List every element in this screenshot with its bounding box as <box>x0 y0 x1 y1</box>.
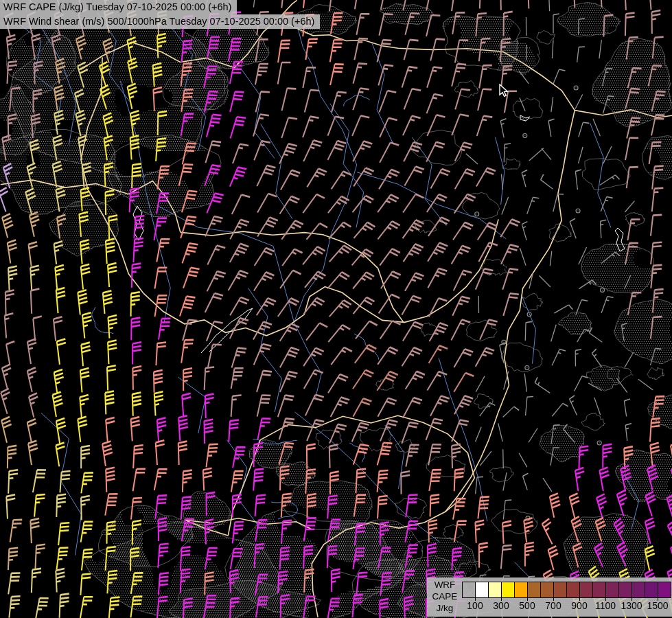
legend-swatch <box>541 582 554 597</box>
legend-title-line: J/kg <box>430 602 460 614</box>
legend-tick-label: 900 <box>566 600 593 611</box>
legend-tick-label: 1100 <box>592 600 619 611</box>
legend-tick-label: 100 <box>461 600 489 611</box>
legend-tick-label: 1500 <box>644 600 671 611</box>
legend-title: WRFCAPEJ/kg <box>430 579 460 614</box>
legend-swatch <box>489 582 502 597</box>
legend-swatch <box>463 582 476 597</box>
title-windshear: WRF Wind shear (m/s) 500/1000hPa Tuesday… <box>0 14 320 29</box>
legend-swatch <box>632 582 645 597</box>
legend-colorbar <box>462 582 671 598</box>
legend-swatch <box>554 582 567 597</box>
legend-swatch <box>658 582 671 597</box>
legend-swatch <box>528 582 541 597</box>
legend-tick-label: 1300 <box>618 600 645 611</box>
legend-tick-label: 500 <box>513 600 541 611</box>
legend-tick-label: 300 <box>487 600 515 611</box>
weather-map-page: WRF CAPE (J/kg) Tuesday 07-10-2025 00:00… <box>0 0 672 618</box>
legend-swatch <box>645 582 658 597</box>
legend-swatch <box>515 582 528 597</box>
legend-title-line: WRF <box>430 579 460 591</box>
legend-swatch <box>606 582 619 597</box>
legend-swatch <box>580 582 593 597</box>
title-cape: WRF CAPE (J/kg) Tuesday 07-10-2025 00:00… <box>0 0 237 14</box>
legend-swatch <box>502 582 515 597</box>
legend-swatch <box>476 582 489 597</box>
legend-swatch <box>593 582 606 597</box>
weather-map-canvas <box>0 0 672 618</box>
mouse-cursor-icon <box>499 84 509 98</box>
legend-tick-label: 700 <box>540 600 567 611</box>
cape-legend: WRFCAPEJ/kg 100300500700900110013001500 <box>427 577 672 617</box>
legend-swatch <box>619 582 632 597</box>
legend-title-line: CAPE <box>430 591 460 602</box>
legend-swatch <box>567 582 580 597</box>
